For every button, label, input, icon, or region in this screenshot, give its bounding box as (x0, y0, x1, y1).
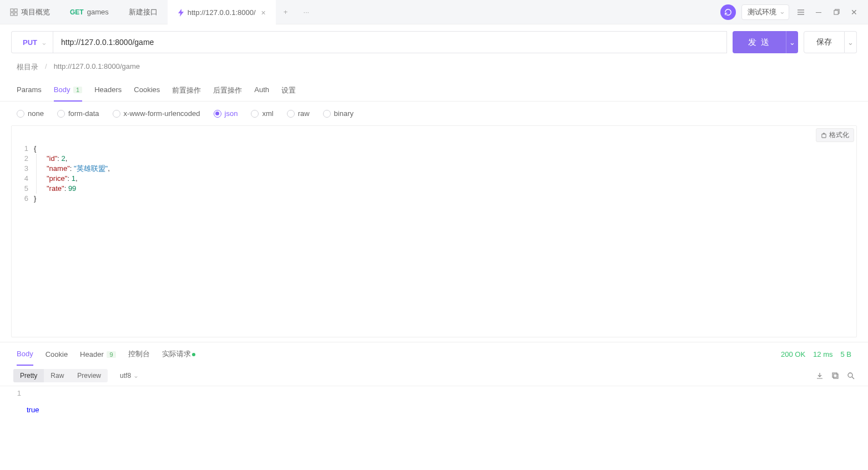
method-badge: GET (70, 8, 84, 16)
environment-label: 测试环境 (748, 8, 776, 16)
radio-xml[interactable]: xml (251, 109, 273, 118)
radio-label: binary (334, 109, 354, 118)
wand-icon (821, 132, 827, 138)
radio-none[interactable]: none (17, 109, 44, 118)
tab-label: 新建接口 (129, 7, 158, 17)
copy-icon[interactable] (831, 372, 839, 380)
svg-rect-8 (834, 11, 837, 14)
tab-add[interactable]: + (276, 0, 296, 24)
radio-xwww[interactable]: x-www-form-urlencoded (113, 109, 200, 118)
breadcrumb-separator: / (45, 62, 47, 72)
top-tabs-bar: 项目概览 GET games 新建接口 http://127.0.0.1:800… (0, 0, 868, 24)
encoding-label: utf8 (120, 372, 131, 380)
breadcrumb-path: http://127.0.0.1:8000/game (54, 62, 140, 72)
response-panel: Body Cookie Header 9 控制台 实际请求 200 OK 12 … (0, 342, 868, 434)
response-toolbar: Pretty Raw Preview utf8 (0, 366, 868, 386)
svg-rect-3 (14, 13, 17, 16)
grid-icon (10, 8, 18, 16)
format-label: 格式化 (829, 130, 849, 140)
tab-headers[interactable]: Headers (94, 80, 122, 101)
tab-post-request[interactable]: 后置操作 (213, 80, 242, 101)
radio-form-data[interactable]: form-data (57, 109, 99, 118)
resp-tab-cookie[interactable]: Cookie (46, 343, 68, 365)
response-tabs: Body Cookie Header 9 控制台 实际请求 200 OK 12 … (0, 342, 868, 366)
view-pretty[interactable]: Pretty (13, 369, 44, 382)
resp-tab-header-label: Header (80, 350, 104, 358)
http-method-value: PUT (23, 38, 37, 47)
environment-select[interactable]: 测试环境 (741, 4, 789, 20)
tab-new-api[interactable]: 新建接口 (119, 0, 168, 24)
close-window-icon[interactable]: ✕ (848, 6, 860, 18)
body-type-radios: none form-data x-www-form-urlencoded jso… (0, 102, 868, 125)
header-count-badge: 9 (107, 351, 115, 358)
radio-label: x-www-form-urlencoded (124, 109, 200, 118)
tab-active-request[interactable]: http://127.0.0.1:8000/ × (168, 0, 276, 24)
send-button[interactable]: 发 送 (733, 31, 786, 53)
tab-auth[interactable]: Auth (254, 80, 269, 101)
json-editor[interactable]: 1 2 3 4 5 6 {"id": 2,"name": "英雄联盟","pri… (12, 126, 856, 337)
resp-tab-console[interactable]: 控制台 (128, 342, 150, 366)
tab-body-label: Body (54, 85, 70, 94)
tab-body[interactable]: Body 1 (54, 80, 82, 102)
svg-point-12 (848, 373, 852, 377)
tab-pre-request[interactable]: 前置操作 (172, 80, 201, 101)
svg-rect-1 (14, 9, 17, 12)
status-size: 5 B (840, 350, 851, 358)
request-section-tabs: Params Body 1 Headers Cookies 前置操作 后置操作 … (0, 80, 868, 102)
radio-label: form-data (68, 109, 99, 118)
resp-tab-header[interactable]: Header 9 (80, 343, 115, 365)
send-dropdown[interactable]: ⌄ (786, 31, 798, 53)
maximize-icon[interactable] (830, 6, 842, 18)
save-button[interactable]: 保存 (804, 31, 845, 53)
radio-json[interactable]: json (214, 109, 238, 118)
format-button[interactable]: 格式化 (816, 128, 854, 142)
breadcrumb-root[interactable]: 根目录 (17, 62, 38, 72)
resp-line-gutter: 1 (0, 388, 27, 432)
minimize-icon[interactable]: ─ (813, 6, 825, 18)
radio-label: raw (298, 109, 310, 118)
tab-params[interactable]: Params (17, 80, 42, 101)
encoding-select[interactable]: utf8 (114, 369, 141, 382)
resp-tab-body[interactable]: Body (17, 343, 33, 366)
tab-label: games (87, 8, 109, 16)
download-icon[interactable] (816, 372, 824, 380)
tab-project-overview[interactable]: 项目概览 (0, 0, 60, 24)
http-method-select[interactable]: PUT (11, 31, 53, 53)
tab-games[interactable]: GET games (60, 0, 119, 24)
refresh-button[interactable] (720, 4, 736, 20)
response-status: 200 OK 12 ms 5 B (781, 350, 851, 358)
code-content[interactable]: {"id": 2,"name": "英雄联盟","price": 1,"rate… (34, 144, 856, 337)
request-body-editor: 格式化 1 2 3 4 5 6 {"id": 2,"name": "英雄联盟",… (11, 125, 857, 337)
radio-label: none (28, 109, 44, 118)
close-icon[interactable]: × (261, 8, 266, 17)
view-preview[interactable]: Preview (70, 369, 108, 382)
search-icon[interactable] (847, 372, 855, 380)
resp-tab-actual-request[interactable]: 实际请求 (162, 342, 195, 366)
svg-rect-11 (832, 373, 837, 377)
bolt-icon (178, 9, 184, 17)
request-row: PUT 发 送 ⌄ 保存 ⌄ (0, 24, 868, 60)
radio-raw[interactable]: raw (287, 109, 310, 118)
view-raw[interactable]: Raw (44, 369, 70, 382)
status-dot-icon (192, 353, 195, 356)
tab-label: 项目概览 (21, 7, 50, 17)
tab-settings[interactable]: 设置 (281, 80, 296, 101)
resp-code-content[interactable]: true (27, 388, 868, 432)
resp-tab-actual-label: 实际请求 (162, 350, 191, 358)
svg-rect-9 (822, 134, 826, 138)
save-dropdown[interactable]: ⌄ (845, 31, 857, 53)
radio-binary[interactable]: binary (323, 109, 354, 118)
status-code: 200 OK (781, 350, 805, 358)
response-body: 1 true (0, 386, 868, 434)
radio-label: xml (262, 109, 273, 118)
url-input[interactable] (53, 31, 727, 53)
tab-more[interactable]: ··· (295, 0, 317, 24)
tab-cookies[interactable]: Cookies (134, 80, 160, 101)
breadcrumb: 根目录 / http://127.0.0.1:8000/game (0, 60, 868, 80)
radio-label: json (225, 109, 238, 118)
line-gutter: 1 2 3 4 5 6 (12, 144, 34, 337)
tab-label: http://127.0.0.1:8000/ (188, 8, 256, 17)
status-time: 12 ms (813, 350, 832, 358)
view-mode-segment: Pretty Raw Preview (13, 369, 108, 382)
menu-icon[interactable] (795, 6, 807, 18)
